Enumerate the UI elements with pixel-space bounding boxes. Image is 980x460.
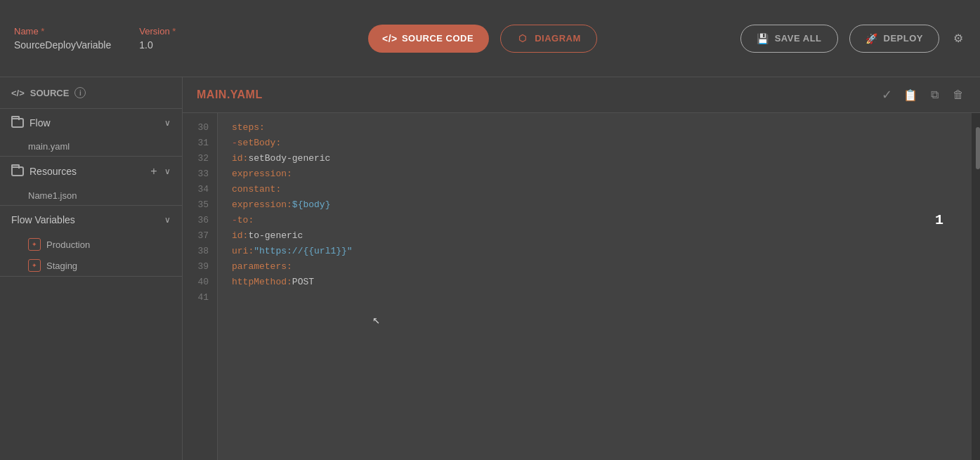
code-line: - setBody: [232,136,958,151]
staging-var-icon: ✦ [28,259,41,272]
top-bar-center: </> SOURCE CODE ⬡ DIAGRAM [225,25,740,53]
code-line: parameters: [232,259,958,275]
code-icon: </> [384,32,396,45]
check-icon[interactable]: ✓ [879,87,894,103]
resources-section-title: Resources [30,166,142,177]
flow-variables-section: Flow Variables ∨ ✦ Production ✦ Staging [0,206,182,277]
info-icon[interactable]: i [74,87,86,98]
version-value: 1.0 [139,39,176,51]
resources-file-item[interactable]: Name1.json [0,186,182,205]
field-row: Name * SourceDeployVariable Version * 1.… [14,26,225,51]
code-editor: 303132333435363738394041 steps: - setBod… [183,113,980,460]
flow-section-title: Flow [30,117,159,129]
calendar-icon[interactable]: 📋 [903,87,918,103]
sidebar: </> SOURCE i Flow ∨ main.yaml Resources … [0,77,183,460]
copy-icon[interactable]: ⧉ [927,87,942,103]
staging-var-label: Staging [46,261,77,271]
main-layout: </> SOURCE i Flow ∨ main.yaml Resources … [0,77,980,460]
code-line: uri: "https://{{url1}}" [232,244,958,259]
deploy-button[interactable]: 🚀 DEPLOY [849,25,939,53]
name-required: * [41,26,44,37]
code-line: id: to-generic [232,228,958,244]
flow-variables-header[interactable]: Flow Variables ∨ [0,206,182,234]
deploy-icon: 🚀 [865,32,878,45]
resources-actions: + ∨ [148,165,171,178]
source-label: SOURCE [30,88,70,98]
staging-var-item[interactable]: ✦ Staging [0,255,182,276]
content-header: MAIN.YAML ✓ 📋 ⧉ 🗑 [183,77,980,113]
code-content[interactable]: steps: - setBody: id: setBody-generic ex… [218,113,972,460]
version-required: * [172,26,176,37]
code-line: expression: [232,166,958,182]
flow-chevron-icon: ∨ [164,118,171,128]
code-line: steps: [232,120,958,136]
source-code-button[interactable]: </> SOURCE CODE [368,25,489,53]
resources-add-button[interactable]: + [148,165,160,178]
production-var-icon: ✦ [28,238,41,251]
resources-chevron-icon: ∨ [164,166,171,176]
content-area: MAIN.YAML ✓ 📋 ⧉ 🗑 3031323334353637383940… [183,77,980,460]
source-code-small-icon: </> [11,88,25,98]
sidebar-source-header: </> SOURCE i [0,77,182,109]
diagram-icon: ⬡ [516,32,529,45]
flow-variables-title: Flow Variables [11,214,159,225]
version-field-group: Version * 1.0 [139,26,176,51]
production-var-label: Production [46,239,90,250]
save-icon: 💾 [757,32,769,45]
resources-section: Resources + ∨ Name1.json [0,157,182,206]
code-line [232,290,958,305]
diagram-button[interactable]: ⬡ DIAGRAM [500,25,597,53]
code-line: constant: [232,182,958,197]
flow-variables-chevron-icon: ∨ [164,215,171,225]
code-line: - to:1 [232,213,958,228]
save-all-button[interactable]: 💾 SAVE ALL [740,25,838,53]
version-label: Version * [139,26,176,37]
flow-section: Flow ∨ main.yaml [0,109,182,157]
code-line: expression: ${body} [232,197,958,213]
resources-section-header[interactable]: Resources + ∨ [0,157,182,186]
scrollbar[interactable] [972,113,980,460]
cursor-line: ↖ [372,313,958,328]
name-value: SourceDeployVariable [14,39,111,51]
resources-folder-icon [11,166,24,176]
line-numbers: 303132333435363738394041 [183,113,218,460]
scrollbar-thumb [976,127,980,169]
flow-section-header[interactable]: Flow ∨ [0,109,182,137]
flow-folder-icon [11,118,24,128]
file-title: MAIN.YAML [197,88,263,101]
production-var-item[interactable]: ✦ Production [0,234,182,255]
code-line: id: setBody-generic [232,151,958,166]
top-bar-left-fields: Name * SourceDeployVariable Version * 1.… [14,26,225,51]
trash-icon[interactable]: 🗑 [950,87,966,103]
top-bar: Name * SourceDeployVariable Version * 1.… [0,0,980,77]
settings-icon[interactable]: ⚙ [950,31,966,46]
flow-file-item[interactable]: main.yaml [0,137,182,156]
name-field-group: Name * SourceDeployVariable [14,26,111,51]
content-actions: ✓ 📋 ⧉ 🗑 [879,87,966,103]
mouse-cursor: ↖ [372,313,380,328]
top-bar-right: 💾 SAVE ALL 🚀 DEPLOY ⚙ [740,25,966,53]
name-label: Name * [14,26,111,37]
code-line: httpMethod: POST [232,275,958,290]
annotation-1: 1 [935,213,943,228]
